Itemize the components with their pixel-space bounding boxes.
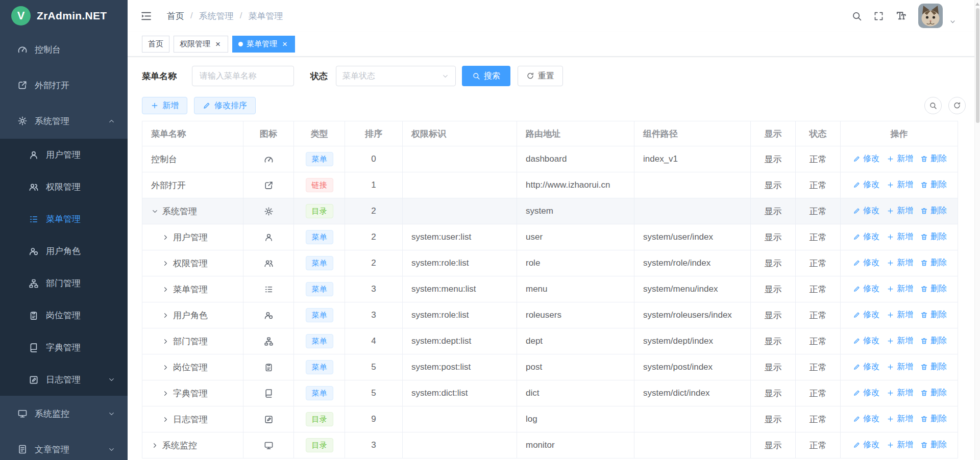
add-link[interactable]: 新增 <box>887 180 913 190</box>
menu-fold-icon[interactable] <box>140 10 153 22</box>
sidebar-item-external[interactable]: 外部打开 <box>0 67 128 103</box>
add-link[interactable]: 新增 <box>887 414 913 424</box>
add-link[interactable]: 新增 <box>887 388 913 398</box>
add-link[interactable]: 新增 <box>887 336 913 346</box>
sidebar-item-log[interactable]: 日志管理 <box>0 364 128 396</box>
post-badge-icon <box>29 311 39 321</box>
row-menu-name: 日志管理 <box>173 414 208 425</box>
scrollbar-thumb[interactable] <box>976 8 979 123</box>
sidebar-item-dict[interactable]: 字典管理 <box>0 331 128 364</box>
sort-edit-button[interactable]: 修改排序 <box>194 97 256 114</box>
sidebar-item-label: 控制台 <box>35 44 115 56</box>
close-icon[interactable]: × <box>281 40 289 48</box>
edit-link[interactable]: 修改 <box>853 362 879 372</box>
delete-link[interactable]: 删除 <box>920 336 947 346</box>
edit-link[interactable]: 修改 <box>853 154 879 164</box>
breadcrumb-item[interactable]: 系统管理 <box>199 10 234 22</box>
row-expand-icon[interactable] <box>162 338 169 345</box>
logo[interactable]: V ZrAdmin.NET <box>0 0 128 32</box>
row-expand-icon[interactable] <box>151 208 159 215</box>
view-tab[interactable]: 首页 <box>142 36 169 53</box>
delete-link[interactable]: 删除 <box>920 206 947 216</box>
row-expand-icon[interactable] <box>162 364 169 371</box>
row-expand-icon[interactable] <box>162 390 169 397</box>
add-link[interactable]: 新增 <box>887 362 913 372</box>
sidebar-item-dept[interactable]: 部门管理 <box>0 267 128 299</box>
delete-link[interactable]: 删除 <box>920 310 947 320</box>
ops-cell: 修改新增删除 <box>841 198 958 224</box>
refresh-table-button[interactable] <box>948 97 966 114</box>
view-tab[interactable]: 权限管理× <box>174 36 228 53</box>
select-placeholder: 菜单状态 <box>342 71 375 82</box>
add-link[interactable]: 新增 <box>887 206 913 216</box>
icon-cell <box>243 172 294 198</box>
sidebar-item-article[interactable]: 文章管理 <box>0 431 128 460</box>
edit-link[interactable]: 修改 <box>853 284 879 294</box>
sidebar-item-dashboard[interactable]: 控制台 <box>0 32 128 67</box>
scrollbar[interactable] <box>974 0 980 460</box>
menu-status-select[interactable]: 菜单状态 <box>336 66 456 86</box>
scrollbar-up-arrow[interactable] <box>975 1 979 6</box>
avatar[interactable] <box>918 4 943 28</box>
sidebar-item-menu[interactable]: 菜单管理 <box>0 203 128 235</box>
search-icon[interactable] <box>851 11 862 21</box>
delete-link-label: 删除 <box>930 206 947 216</box>
show-search-button[interactable] <box>924 97 942 114</box>
row-expand-icon[interactable] <box>162 416 169 423</box>
add-link[interactable]: 新增 <box>887 232 913 242</box>
add-link[interactable]: 新增 <box>887 310 913 320</box>
row-component: system/role/index <box>643 258 710 268</box>
sidebar-item-post[interactable]: 岗位管理 <box>0 299 128 331</box>
delete-link[interactable]: 删除 <box>920 258 947 268</box>
reset-button[interactable]: 重置 <box>518 66 563 86</box>
edit-link[interactable]: 修改 <box>853 232 879 242</box>
menu-name-input[interactable] <box>192 66 294 86</box>
row-perms: system:role:list <box>411 310 469 320</box>
delete-link[interactable]: 删除 <box>920 284 947 294</box>
row-expand-icon[interactable] <box>162 286 169 293</box>
edit-link[interactable]: 修改 <box>853 336 879 346</box>
edit-link[interactable]: 修改 <box>853 388 879 398</box>
delete-link[interactable]: 删除 <box>920 362 947 372</box>
edit-link[interactable]: 修改 <box>853 206 879 216</box>
article-icon <box>17 444 28 454</box>
font-size-icon[interactable] <box>895 10 907 22</box>
delete-link[interactable]: 删除 <box>920 414 947 424</box>
add-link[interactable]: 新增 <box>887 440 913 450</box>
row-visible: 显示 <box>765 233 782 242</box>
breadcrumb-item[interactable]: 首页 <box>167 10 184 22</box>
table-row: 用户管理菜单2system:user:listusersystem/user/i… <box>142 224 958 250</box>
add-button[interactable]: 新增 <box>142 97 187 114</box>
search-button[interactable]: 搜索 <box>462 66 510 86</box>
edit-link[interactable]: 修改 <box>853 258 879 268</box>
sidebar-item-system[interactable]: 系统管理 <box>0 103 128 139</box>
row-status: 正常 <box>810 363 827 372</box>
edit-link[interactable]: 修改 <box>853 180 879 190</box>
row-expand-icon[interactable] <box>162 260 169 267</box>
row-perms: system:post:list <box>411 362 471 372</box>
close-icon[interactable]: × <box>214 40 222 48</box>
sidebar-item-role[interactable]: 权限管理 <box>0 171 128 203</box>
add-link[interactable]: 新增 <box>887 284 913 294</box>
sidebar-item-roleusers[interactable]: 用户角色 <box>0 235 128 267</box>
delete-link[interactable]: 删除 <box>920 154 947 164</box>
edit-link[interactable]: 修改 <box>853 310 879 320</box>
delete-link[interactable]: 删除 <box>920 388 947 398</box>
type-tag: 菜单 <box>306 256 333 270</box>
sidebar-item-user[interactable]: 用户管理 <box>0 139 128 171</box>
delete-link[interactable]: 删除 <box>920 440 947 450</box>
row-expand-icon[interactable] <box>162 312 169 319</box>
sidebar-item-monitor[interactable]: 系统监控 <box>0 396 128 431</box>
view-tab[interactable]: 菜单管理× <box>232 36 295 53</box>
delete-link[interactable]: 删除 <box>920 232 947 242</box>
row-expand-icon[interactable] <box>151 442 159 449</box>
caret-down-icon[interactable] <box>949 18 957 25</box>
fullscreen-icon[interactable] <box>873 11 884 21</box>
row-path: dict <box>526 388 539 398</box>
add-link[interactable]: 新增 <box>887 258 913 268</box>
delete-link[interactable]: 删除 <box>920 180 947 190</box>
row-expand-icon[interactable] <box>162 234 169 241</box>
edit-link[interactable]: 修改 <box>853 414 879 424</box>
edit-link[interactable]: 修改 <box>853 440 879 450</box>
add-link[interactable]: 新增 <box>887 154 913 164</box>
